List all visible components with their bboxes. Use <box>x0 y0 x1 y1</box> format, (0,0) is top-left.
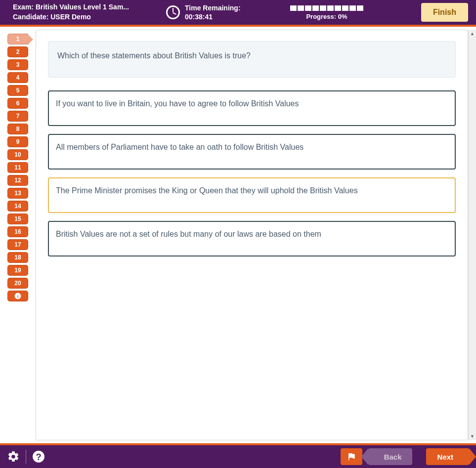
progress-block: Progress: 0% <box>285 5 369 20</box>
time-remaining-value: 00:38:41 <box>185 12 241 21</box>
question-nav-11[interactable]: 11 <box>7 162 28 173</box>
progress-segment <box>342 5 349 11</box>
help-button[interactable]: ? <box>32 450 45 463</box>
clock-icon <box>166 5 180 19</box>
question-nav-4[interactable]: 4 <box>7 72 28 83</box>
scroll-up-arrow[interactable]: ▲ <box>469 30 476 38</box>
scroll-down-arrow[interactable]: ▼ <box>469 432 476 440</box>
question-nav-20[interactable]: 20 <box>7 278 28 289</box>
question-nav-15[interactable]: 15 <box>7 213 28 224</box>
main-area: 1234567891011121314151617181920i Which o… <box>0 27 476 443</box>
answer-option-2[interactable]: All members of Parliament have to take a… <box>48 134 456 170</box>
candidate-name: Candidate: USER Demo <box>13 12 166 22</box>
question-nav-17[interactable]: 17 <box>7 239 28 250</box>
progress-segment <box>334 5 342 11</box>
progress-segment <box>304 5 312 11</box>
answer-option-3[interactable]: The Prime Minister promises the King or … <box>48 177 456 213</box>
bottom-footer: ? Back Next <box>0 443 476 468</box>
progress-segment <box>312 5 319 11</box>
exam-info: Exam: British Values Level 1 Sam... Cand… <box>13 2 166 22</box>
finish-button[interactable]: Finish <box>421 3 468 22</box>
question-nav-12[interactable]: 12 <box>7 175 28 186</box>
back-button-label: Back <box>384 453 402 461</box>
time-remaining-label: Time Remaining: <box>185 3 241 12</box>
question-nav-19[interactable]: 19 <box>7 265 28 276</box>
question-nav-8[interactable]: 8 <box>7 124 28 134</box>
time-remaining-block: Time Remaining: 00:38:41 <box>166 3 285 21</box>
question-nav-13[interactable]: 13 <box>7 188 28 199</box>
question-nav-1[interactable]: 1 <box>7 34 28 44</box>
footer-divider <box>26 450 26 464</box>
exam-title: Exam: British Values Level 1 Sam... <box>13 2 166 12</box>
next-button-label: Next <box>437 453 453 461</box>
question-nav-sidebar: 1234567891011121314151617181920i <box>0 27 36 443</box>
progress-label: Progress: 0% <box>285 13 369 20</box>
question-nav-9[interactable]: 9 <box>7 136 28 147</box>
question-nav-3[interactable]: 3 <box>7 59 28 70</box>
question-text: Which of these statements about British … <box>48 41 456 78</box>
svg-text:i: i <box>17 294 19 299</box>
answer-option-4[interactable]: British Values are not a set of rules bu… <box>48 221 456 256</box>
settings-button[interactable] <box>7 450 20 463</box>
progress-segment <box>327 5 334 11</box>
question-nav-6[interactable]: 6 <box>7 98 28 109</box>
answer-option-1[interactable]: If you want to live in Britain, you have… <box>48 90 456 126</box>
question-nav-5[interactable]: 5 <box>7 85 28 96</box>
question-nav-10[interactable]: 10 <box>7 149 28 160</box>
question-nav-16[interactable]: 16 <box>7 226 28 237</box>
progress-segment <box>319 5 327 11</box>
question-content: Which of these statements about British … <box>36 30 468 440</box>
scrollbar[interactable]: ▲ ▼ <box>468 30 476 440</box>
svg-text:?: ? <box>36 452 41 462</box>
question-nav-2[interactable]: 2 <box>7 46 28 57</box>
next-button[interactable]: Next <box>426 448 469 465</box>
progress-segment <box>290 5 297 11</box>
progress-segment <box>349 5 356 11</box>
question-nav-7[interactable]: 7 <box>7 111 28 122</box>
top-header: Exam: British Values Level 1 Sam... Cand… <box>0 0 476 27</box>
question-nav-18[interactable]: 18 <box>7 252 28 263</box>
progress-bar <box>290 5 364 11</box>
flag-button[interactable] <box>341 448 362 465</box>
back-button: Back <box>368 448 413 465</box>
question-nav-14[interactable]: 14 <box>7 201 28 212</box>
progress-segment <box>297 5 304 11</box>
progress-segment <box>356 5 364 11</box>
info-button[interactable]: i <box>7 291 28 301</box>
